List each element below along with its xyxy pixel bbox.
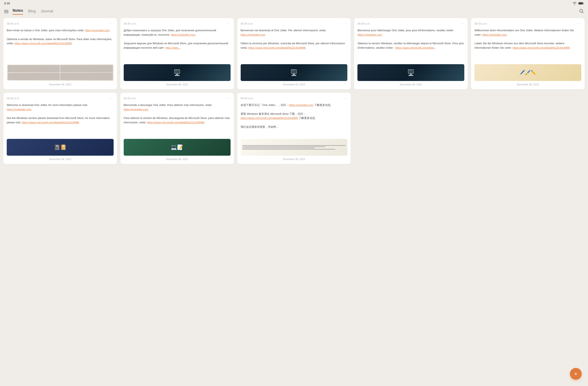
card-image	[7, 139, 114, 156]
card-menu-button[interactable]: ···	[343, 96, 347, 100]
card-header: 08:35 a.m. ···	[474, 21, 581, 26]
card-time: 08:35 a.m.	[357, 22, 370, 25]
note-card-3[interactable]: 08:35 a.m. ··· Benvenuto nel download di…	[237, 18, 351, 89]
card-image	[357, 64, 464, 81]
notes-grid: 08:35 a.m. ··· Bem-vindo ao baixar o One…	[0, 15, 588, 181]
card-time: 08:35 a.m.	[7, 97, 20, 100]
card-time: 08:35 a.m.	[124, 22, 136, 25]
card-body: Добро пожаловать в загрузку One Jotter, …	[124, 28, 231, 62]
card-menu-button[interactable]: ···	[109, 96, 114, 100]
battery-icon	[578, 2, 584, 5]
card-body: Willkommen beim Herunterladen von One Jo…	[474, 28, 581, 62]
card-menu-button[interactable]: ···	[226, 96, 231, 100]
card-menu-button[interactable]: ···	[109, 21, 114, 26]
card-image	[124, 64, 231, 81]
card-header: 08:35 a.m. ···	[124, 96, 231, 100]
note-card-1[interactable]: 08:35 a.m. ··· Bem-vindo ao baixar o One…	[3, 18, 117, 89]
card-date: December 08, 2023	[124, 83, 231, 86]
card-date: December 08, 2023	[474, 83, 581, 86]
status-bar: 8:39	[0, 0, 588, 7]
card-date: December 08, 2023	[357, 83, 464, 86]
card-menu-button[interactable]: ···	[226, 21, 231, 26]
note-card-6[interactable]: 08:35 a.m. ··· Welcome to download One J…	[3, 93, 117, 164]
card-date: December 08, 2023	[7, 83, 114, 86]
card-header: 08:35 a.m. ···	[241, 21, 348, 26]
note-card-5[interactable]: 08:35 a.m. ··· Willkommen beim Herunterl…	[471, 18, 585, 89]
card-time: 08:35 a.m.	[241, 22, 253, 25]
card-time: 08:35 a.m.	[124, 97, 136, 100]
card-image	[241, 64, 348, 81]
card-image	[124, 139, 231, 156]
nav-tabs: Notes Blog Journal	[13, 8, 53, 15]
card-header: 08:35 a.m. ···	[241, 96, 348, 100]
card-header: 08:35 a.m. ···	[7, 96, 114, 100]
card-menu-button[interactable]: ···	[577, 21, 581, 26]
note-card-8[interactable]: 08:35 a.m. ··· 欢迎下载可乐记「One Jotter」，访问：ht…	[237, 93, 351, 164]
card-time: 08:35 a.m.	[241, 97, 253, 100]
header-left: Notes Blog Journal	[4, 8, 53, 15]
card-time: 08:35 a.m.	[474, 22, 487, 25]
card-body: Welcome to download One Jotter, for more…	[7, 103, 114, 136]
card-image	[474, 64, 581, 81]
svg-rect-1	[579, 2, 583, 4]
wifi-icon	[572, 2, 577, 5]
status-time: 8:39	[4, 2, 10, 5]
tab-journal[interactable]: Journal	[41, 9, 53, 15]
card-header: 08:35 a.m. ···	[124, 21, 231, 26]
add-note-button[interactable]: +	[570, 368, 582, 380]
card-date: December 08, 2023	[124, 158, 231, 161]
search-button[interactable]	[579, 9, 584, 15]
card-body: Bienvenido a descargar One Jotter. Para …	[124, 103, 231, 136]
status-icons	[572, 2, 584, 5]
card-body: 欢迎下载可乐记「One Jotter」，访问：https://onejotter…	[241, 103, 348, 136]
note-card-4[interactable]: 08:35 a.m. ··· Bienvenue pour télécharge…	[354, 18, 468, 89]
card-date: December 08, 2023	[241, 158, 348, 161]
hamburger-menu-icon[interactable]	[4, 10, 8, 13]
card-header: 08:35 a.m. ···	[357, 21, 464, 26]
card-date: December 08, 2023	[241, 83, 348, 86]
note-card-2[interactable]: 08:35 a.m. ··· Добро пожаловать в загруз…	[120, 18, 234, 89]
card-menu-button[interactable]: ···	[460, 21, 464, 26]
card-time: 08:35 a.m.	[7, 22, 20, 25]
card-date: December 08, 2023	[7, 158, 114, 161]
card-body: Bienvenue pour télécharger One Jotter, p…	[357, 28, 464, 62]
tab-notes[interactable]: Notes	[13, 8, 23, 15]
header: Notes Blog Journal	[0, 7, 588, 15]
card-image	[241, 139, 348, 156]
note-card-7[interactable]: 08:35 a.m. ··· Bienvenido a descargar On…	[120, 93, 234, 164]
card-body: Bem-vindo ao baixar o One Jotter, para m…	[7, 28, 114, 62]
card-image	[7, 64, 114, 81]
card-body: Benvenuto nel download di One Jotter. Pe…	[241, 28, 348, 62]
card-menu-button[interactable]: ···	[343, 21, 347, 26]
card-header: 08:35 a.m. ···	[7, 21, 114, 26]
tab-blog[interactable]: Blog	[28, 9, 36, 15]
